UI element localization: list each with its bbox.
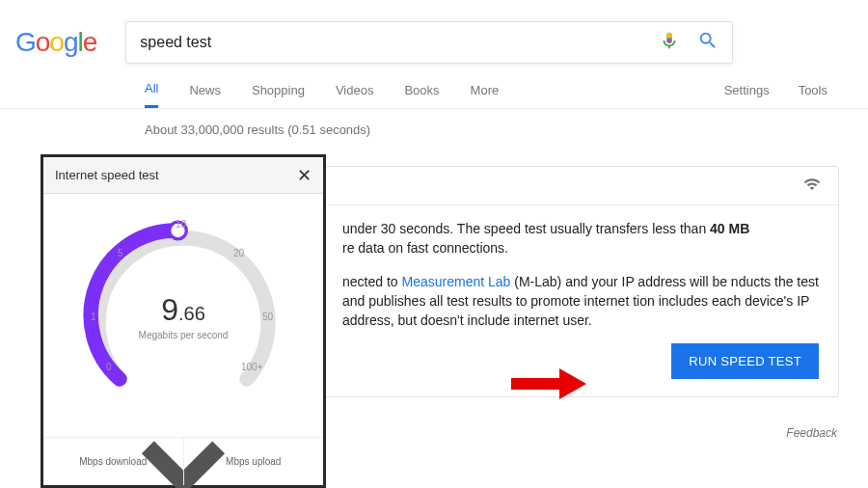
tick-10: 10 xyxy=(176,219,186,230)
search-box[interactable] xyxy=(125,21,733,64)
footer-upload: Mbps upload xyxy=(184,438,324,485)
card-paragraph-1: under 30 seconds. The speed test usually… xyxy=(342,219,819,258)
gauge: 0 1 5 10 20 50 100+ 9.66 Megabits per se… xyxy=(43,194,323,383)
tab-news[interactable]: News xyxy=(189,83,221,107)
run-speed-test-button[interactable]: RUN SPEED TEST xyxy=(671,343,819,379)
overlay-footer: Mbps download Mbps upload xyxy=(43,437,323,485)
tick-20: 20 xyxy=(233,248,244,258)
header: Google xyxy=(0,0,868,64)
tab-shopping[interactable]: Shopping xyxy=(252,83,305,107)
results-stats: About 33,000,000 results (0.51 seconds) xyxy=(145,122,868,137)
overlay-title: Internet speed test xyxy=(55,168,159,182)
speed-test-overlay: Internet speed test ✕ 0 1 5 10 20 50 100… xyxy=(41,154,326,488)
card-paragraph-2: nected to Measurement Lab (M-Lab) and yo… xyxy=(342,272,819,331)
tick-5: 5 xyxy=(118,248,123,258)
feedback-link[interactable]: Feedback xyxy=(786,426,837,440)
search-icon[interactable] xyxy=(697,30,719,55)
tab-tools[interactable]: Tools xyxy=(799,83,827,107)
search-input[interactable] xyxy=(140,34,659,51)
speed-unit: Megabits per second xyxy=(77,330,289,340)
svg-marker-0 xyxy=(511,368,586,399)
mic-icon[interactable] xyxy=(659,30,680,55)
tabs-divider xyxy=(0,108,868,109)
search-tabs: All News Shopping Videos Books More Sett… xyxy=(145,81,868,108)
speed-value: 9.66 xyxy=(77,292,289,328)
overlay-header: Internet speed test ✕ xyxy=(43,157,323,194)
tab-books[interactable]: Books xyxy=(404,83,439,107)
tab-all[interactable]: All xyxy=(145,81,158,108)
google-logo[interactable]: Google xyxy=(15,27,125,58)
tab-settings[interactable]: Settings xyxy=(724,83,770,107)
footer-download: Mbps download xyxy=(43,438,184,485)
tab-videos[interactable]: Videos xyxy=(336,83,374,107)
close-icon[interactable]: ✕ xyxy=(297,165,312,186)
mlab-link[interactable]: Measurement Lab xyxy=(402,274,511,289)
arrow-icon xyxy=(511,366,588,405)
wifi-icon xyxy=(803,176,821,197)
tab-more[interactable]: More xyxy=(471,83,500,107)
